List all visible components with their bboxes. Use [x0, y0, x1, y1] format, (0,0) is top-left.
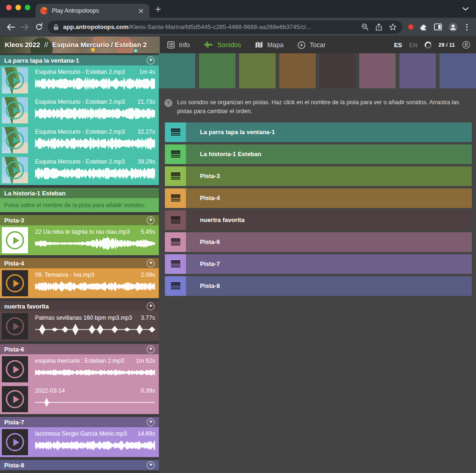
track-header[interactable]: Pista-8 — [0, 460, 159, 470]
track-drag-handle[interactable] — [165, 276, 186, 296]
track-header[interactable]: La historia-1 Esteban — [0, 188, 159, 198]
back-button[interactable] — [4, 20, 18, 34]
track-play-button[interactable] — [147, 259, 155, 267]
zoom-window-button[interactable] — [25, 5, 30, 10]
close-window-button[interactable] — [6, 5, 12, 10]
account-icon[interactable] — [462, 41, 470, 49]
extensions-puzzle-icon[interactable] — [420, 23, 428, 31]
track-header[interactable]: Pista-3 — [0, 215, 159, 225]
audio-clip[interactable]: Esquina Mercurio - Esteban 2.mp31m 4s — [0, 65, 159, 95]
clip-play-button[interactable] — [6, 131, 24, 150]
track-color-swatch[interactable] — [239, 53, 276, 88]
track-color-swatch[interactable] — [359, 53, 396, 88]
track-color-swatch[interactable] — [440, 53, 476, 88]
minimize-window-button[interactable] — [15, 5, 21, 10]
track-play-button[interactable] — [147, 302, 155, 310]
clip-waveform[interactable] — [35, 279, 155, 294]
track-row-name-area[interactable]: Pista-3 — [186, 166, 472, 186]
track-play-button[interactable] — [147, 461, 155, 469]
clip-play-button[interactable] — [6, 433, 24, 452]
clip-play-button[interactable] — [6, 317, 24, 336]
tab-search-chevron-icon[interactable] — [462, 7, 469, 11]
clip-waveform[interactable] — [35, 166, 155, 181]
track-row-name-area[interactable]: Pista-4 — [186, 188, 472, 208]
track-drag-handle[interactable] — [165, 144, 186, 164]
track-row[interactable]: nuertra favorita — [165, 210, 472, 230]
track-row[interactable]: La historia-1 Esteban — [165, 144, 472, 164]
clip-waveform[interactable] — [35, 395, 155, 410]
clip-play-button[interactable] — [6, 72, 24, 90]
track-header[interactable]: nuertra favorita — [0, 301, 159, 311]
track-header[interactable]: La parra tapa la ventana-1 — [0, 55, 159, 65]
track-row[interactable]: Pista-6 — [165, 232, 472, 252]
clip-play-button[interactable] — [6, 101, 24, 120]
reload-button[interactable] — [32, 20, 46, 34]
new-tab-button[interactable]: + — [155, 3, 161, 15]
track-row[interactable]: La parra tapa la ventana-1 — [165, 122, 472, 142]
profile-avatar[interactable] — [448, 22, 458, 32]
share-icon[interactable] — [376, 23, 382, 31]
track-drag-handle[interactable] — [165, 210, 186, 230]
track-color-swatch[interactable] — [279, 53, 316, 88]
track-row[interactable]: Pista-7 — [165, 254, 472, 274]
track-row-name-area[interactable]: Pista-6 — [186, 232, 472, 252]
audio-clip[interactable]: 09. Temaeva - Iva.mp32.09s — [0, 268, 159, 298]
audio-clip[interactable]: lacrimosa Sergio García Merlo.mp314.69s — [0, 427, 159, 457]
audio-clip[interactable]: esquina mercurio : Esteban 2.mp31m 52s — [0, 354, 159, 384]
clip-waveform[interactable] — [35, 322, 155, 337]
clip-waveform[interactable] — [35, 136, 155, 151]
track-row[interactable]: Pista-3 — [165, 166, 472, 186]
track-play-button[interactable] — [147, 345, 155, 353]
clip-waveform[interactable] — [35, 438, 155, 453]
track-row-name-area[interactable]: La parra tapa la ventana-1 — [186, 122, 472, 142]
audio-clip[interactable]: Esquina Mercurio - Esteban 2.mp332.27s — [0, 125, 159, 155]
clip-play-button[interactable] — [6, 390, 24, 408]
track-color-swatch[interactable] — [320, 53, 356, 88]
track-drag-handle[interactable] — [165, 254, 186, 274]
track-header[interactable]: Pista-6 — [0, 344, 159, 354]
track-row[interactable]: Pista-8 — [165, 276, 472, 296]
language-en[interactable]: EN — [409, 42, 418, 49]
tab-tocar[interactable]: Tocar — [298, 41, 326, 49]
track-play-button[interactable] — [147, 57, 155, 64]
track-drag-handle[interactable] — [165, 166, 186, 186]
track-header[interactable]: Pista-7 — [0, 417, 159, 427]
tab-close-icon[interactable]: ✕ — [137, 7, 145, 14]
track-color-swatch[interactable] — [159, 53, 195, 88]
browser-menu-icon[interactable] — [464, 24, 469, 30]
track-header[interactable]: Pista-4 — [0, 258, 159, 268]
audio-clip[interactable]: Palmas sevillanas 160 bpm mp3.mp33.77s — [0, 311, 159, 341]
audio-clip[interactable]: 2022-03-140.39s — [0, 384, 159, 414]
project-name[interactable]: Kleos 2022 — [5, 41, 40, 49]
address-bar[interactable]: app.antropoloops.com/Kleos-Santa-Marina/… — [48, 21, 402, 34]
clip-play-button[interactable] — [6, 161, 24, 179]
audio-clip[interactable]: Esquina Mercurio - Esteban 2.mp321.73s — [0, 95, 159, 125]
audio-clip[interactable]: 22 Ua reka te tagnia to rau niau.mp35.45… — [0, 225, 159, 255]
zoom-out-icon[interactable] — [362, 23, 369, 30]
clip-play-button[interactable] — [6, 231, 24, 250]
clip-play-button[interactable] — [6, 360, 24, 379]
track-row-name-area[interactable]: La historia-1 Esteban — [186, 144, 472, 164]
track-color-swatch[interactable] — [199, 53, 235, 88]
tab-sonidos[interactable]: Sonidos — [204, 41, 241, 49]
audio-clip[interactable]: Esquina Mercurio - Esteban 2.mp339.29s — [0, 155, 159, 185]
bookmark-star-icon[interactable] — [389, 23, 397, 30]
browser-tab[interactable]: Play Antropoloops ✕ — [36, 4, 149, 18]
track-row-name-area[interactable]: Pista-7 — [186, 254, 472, 274]
track-drag-handle[interactable] — [165, 122, 186, 142]
forward-button[interactable] — [18, 20, 32, 34]
tab-info[interactable]: Info — [167, 41, 190, 49]
clip-waveform[interactable] — [35, 365, 155, 380]
clip-play-button[interactable] — [6, 274, 24, 293]
tab-mapa[interactable]: Mapa — [255, 41, 284, 49]
track-drag-handle[interactable] — [165, 188, 186, 208]
recording-extension-icon[interactable] — [408, 24, 414, 30]
track-color-swatch[interactable] — [399, 53, 436, 88]
clip-waveform[interactable] — [35, 236, 155, 251]
track-play-button[interactable] — [147, 216, 155, 224]
split-screen-icon[interactable] — [434, 23, 442, 30]
track-play-button[interactable] — [147, 418, 155, 426]
language-es[interactable]: ES — [394, 42, 402, 49]
track-row-name-area[interactable]: nuertra favorita — [186, 210, 472, 230]
clip-waveform[interactable] — [35, 106, 155, 121]
